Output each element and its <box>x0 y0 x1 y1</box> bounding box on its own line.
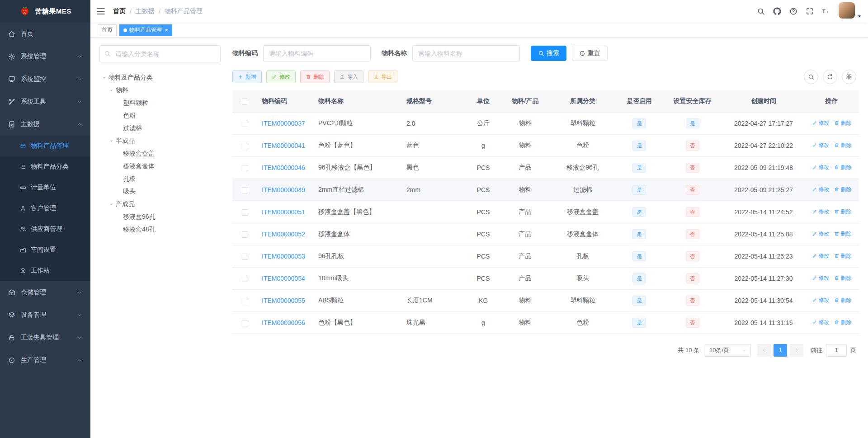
delete-button[interactable]: 删除 <box>300 71 330 83</box>
category-search-input[interactable] <box>99 45 221 62</box>
github-icon[interactable] <box>769 0 785 23</box>
import-button[interactable]: 导入 <box>334 71 363 83</box>
tag-item[interactable]: 物料产品管理× <box>119 24 172 36</box>
tree-node[interactable]: 色粉 <box>99 109 221 122</box>
row-checkbox[interactable] <box>242 276 248 282</box>
edit-button[interactable]: 修改 <box>266 71 296 83</box>
row-checkbox[interactable] <box>242 187 248 193</box>
delete-row-link[interactable]: 删除 <box>834 297 852 304</box>
avatar[interactable] <box>839 2 855 19</box>
column-settings-button[interactable] <box>842 70 856 84</box>
add-button[interactable]: 新增 <box>232 71 262 83</box>
sidebar-item-master-data[interactable]: 主数据 <box>0 113 90 136</box>
reset-button[interactable]: 重置 <box>572 46 608 61</box>
sidebar-item-system-monitoring[interactable]: 系统监控 <box>0 68 90 90</box>
caret-down-icon[interactable] <box>107 88 116 93</box>
tree-node[interactable]: 半成品 <box>99 135 221 147</box>
material-code-link[interactable]: ITEM00000054 <box>262 275 305 282</box>
sidebar-item-fixture-management[interactable]: 工装夹具管理 <box>0 326 90 349</box>
export-button[interactable]: 导出 <box>368 71 397 83</box>
edit-row-link[interactable]: 修改 <box>812 186 830 193</box>
edit-row-link[interactable]: 修改 <box>812 119 830 127</box>
edit-row-link[interactable]: 修改 <box>812 252 830 260</box>
delete-row-link[interactable]: 删除 <box>834 141 852 149</box>
edit-row-link[interactable]: 修改 <box>812 297 830 304</box>
row-checkbox[interactable] <box>242 143 248 149</box>
caret-down-icon[interactable] <box>107 139 116 144</box>
tree-node[interactable]: 塑料颗粒 <box>99 97 221 109</box>
row-checkbox[interactable] <box>242 231 248 238</box>
search-icon[interactable] <box>753 0 769 23</box>
next-page-button[interactable] <box>790 344 803 357</box>
hamburger-icon[interactable] <box>96 6 106 16</box>
edit-row-link[interactable]: 修改 <box>812 164 830 171</box>
tree-node[interactable]: 过滤棉 <box>99 122 221 135</box>
tag-item[interactable]: 首页 <box>98 24 117 36</box>
jump-page-input[interactable] <box>826 344 847 357</box>
sidebar-subitem-workstation[interactable]: 工作站 <box>0 260 90 281</box>
delete-row-link[interactable]: 删除 <box>834 186 852 193</box>
select-all-checkbox[interactable] <box>242 99 248 105</box>
material-code-link[interactable]: ITEM00000046 <box>262 164 305 171</box>
breadcrumb-item[interactable]: 首页 <box>113 7 126 15</box>
delete-row-link[interactable]: 删除 <box>834 252 852 260</box>
material-code-link[interactable]: ITEM00000053 <box>262 253 305 260</box>
sidebar-subitem-workshop-settings[interactable]: 车间设置 <box>0 240 90 260</box>
row-checkbox[interactable] <box>242 121 248 127</box>
delete-row-link[interactable]: 删除 <box>834 230 852 238</box>
tree-node[interactable]: 移液盒96孔 <box>99 211 221 223</box>
close-icon[interactable]: × <box>165 27 168 33</box>
prev-page-button[interactable] <box>757 344 771 357</box>
sidebar-subitem-customer-management[interactable]: 客户管理 <box>0 198 90 219</box>
row-checkbox[interactable] <box>242 209 248 216</box>
edit-row-link[interactable]: 修改 <box>812 230 830 238</box>
material-code-input[interactable] <box>263 45 371 61</box>
toggle-search-button[interactable] <box>804 70 818 84</box>
row-checkbox[interactable] <box>242 320 248 326</box>
delete-row-link[interactable]: 删除 <box>834 274 852 282</box>
sidebar-item-equipment-management[interactable]: 设备管理 <box>0 304 90 326</box>
row-checkbox[interactable] <box>242 254 248 260</box>
material-name-input[interactable] <box>412 45 520 61</box>
tree-node[interactable]: 移液盒盒盖 <box>99 147 221 160</box>
breadcrumb-item[interactable]: 主数据 <box>136 7 155 15</box>
caret-down-icon[interactable] <box>107 202 116 207</box>
sidebar-item-system-management[interactable]: 系统管理 <box>0 45 90 68</box>
tree-node[interactable]: 孔板 <box>99 173 221 185</box>
material-code-link[interactable]: ITEM00000056 <box>262 319 305 326</box>
sidebar-subitem-measurement-unit[interactable]: 计量单位 <box>0 177 90 198</box>
material-code-link[interactable]: ITEM00000052 <box>262 231 305 238</box>
app-logo[interactable]: 苦糖果MES <box>0 0 90 23</box>
sidebar-item-production-management[interactable]: 生产管理 <box>0 349 90 372</box>
sidebar-subitem-material-product-management[interactable]: 物料产品管理 <box>0 136 90 156</box>
row-checkbox[interactable] <box>242 298 248 304</box>
edit-row-link[interactable]: 修改 <box>812 274 830 282</box>
sidebar-item-home[interactable]: 首页 <box>0 23 90 45</box>
font-size-icon[interactable]: TT <box>818 0 834 23</box>
sidebar-subitem-material-product-category[interactable]: 物料产品分类 <box>0 156 90 177</box>
tree-node[interactable]: 物料 <box>99 84 221 97</box>
material-code-link[interactable]: ITEM00000051 <box>262 208 305 216</box>
help-icon[interactable] <box>785 0 802 23</box>
material-code-link[interactable]: ITEM00000041 <box>262 142 305 149</box>
tree-node[interactable]: 物料及产品分类 <box>99 71 221 84</box>
delete-row-link[interactable]: 删除 <box>834 208 852 216</box>
user-menu[interactable] <box>839 2 862 20</box>
edit-row-link[interactable]: 修改 <box>812 208 830 216</box>
sidebar-item-system-tools[interactable]: 系统工具 <box>0 90 90 113</box>
tree-node[interactable]: 移液盒48孔 <box>99 223 221 236</box>
delete-row-link[interactable]: 删除 <box>834 164 852 171</box>
material-code-link[interactable]: ITEM00000049 <box>262 186 305 193</box>
page-number-button[interactable]: 1 <box>774 344 787 357</box>
fullscreen-icon[interactable] <box>802 0 818 23</box>
refresh-table-button[interactable] <box>823 70 837 84</box>
delete-row-link[interactable]: 删除 <box>834 119 852 127</box>
delete-row-link[interactable]: 删除 <box>834 319 852 326</box>
tree-node[interactable]: 产成品 <box>99 198 221 211</box>
material-code-link[interactable]: ITEM00000055 <box>262 297 305 304</box>
search-button[interactable]: 搜索 <box>531 46 566 61</box>
sidebar-item-warehouse-management[interactable]: 仓储管理 <box>0 281 90 304</box>
tree-node[interactable]: 吸头 <box>99 185 221 198</box>
caret-down-icon[interactable] <box>99 75 108 80</box>
sidebar-subitem-supplier-management[interactable]: 供应商管理 <box>0 219 90 240</box>
